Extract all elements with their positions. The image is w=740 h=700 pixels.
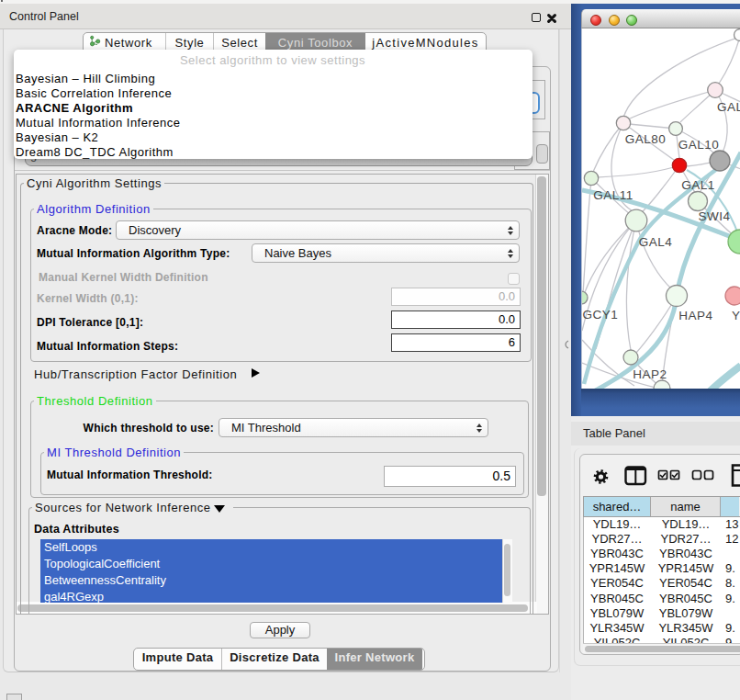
svg-text:GCY1: GCY1: [583, 308, 619, 322]
svg-text:GAL7: GAL7: [717, 100, 740, 114]
svg-text:GAL4: GAL4: [639, 235, 673, 249]
svg-text:GAL80: GAL80: [625, 132, 667, 146]
svg-text:HAP2: HAP2: [633, 367, 667, 381]
svg-text:GAL10: GAL10: [678, 138, 720, 152]
svg-text:YP: YP: [732, 309, 740, 322]
svg-text:SWI4: SWI4: [698, 209, 730, 223]
svg-text:HAP4: HAP4: [678, 309, 712, 322]
svg-text:GAL11: GAL11: [593, 188, 633, 202]
svg-text:GAL1: GAL1: [681, 178, 715, 192]
